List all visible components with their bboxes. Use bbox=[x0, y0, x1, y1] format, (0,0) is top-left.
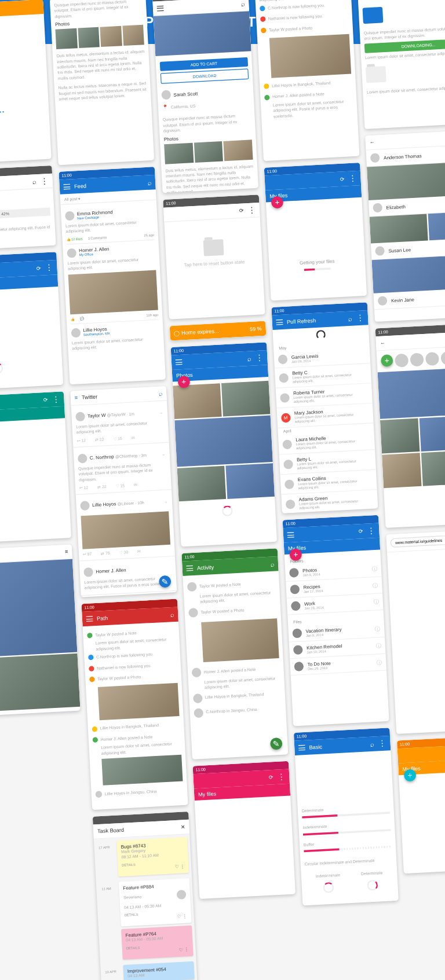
menu-icon[interactable] bbox=[186, 566, 193, 571]
retweet-icon[interactable]: ⇄ 22 bbox=[95, 436, 104, 442]
card-taskboard: Task Board✕ 17 APR Bugs #8743Mark Gregor… bbox=[93, 812, 198, 980]
fab-add[interactable]: + bbox=[271, 196, 284, 209]
menu-icon[interactable]: ≡ bbox=[75, 395, 78, 401]
task-card[interactable]: Feature #P884Severiano04:13 AM - 05:30 A… bbox=[119, 878, 192, 927]
search-icon[interactable]: ⌕ bbox=[270, 560, 275, 568]
more-icon[interactable]: ⋮ bbox=[41, 176, 49, 186]
card-myfiles-blue: 11:00 ⟳⋮ My files bbox=[0, 252, 63, 391]
task-card[interactable]: Bugs #8743Mark Gregory08:12 AM - 11:10 A… bbox=[116, 837, 189, 876]
card-explore: 11:00 ←Explore + bbox=[375, 322, 445, 528]
card-materialx: ⌕ ⋮ MaterialX4.8 DOWNLOAD 42% scription … bbox=[0, 166, 56, 252]
menu-icon[interactable] bbox=[276, 320, 283, 325]
loading-dots: ••• bbox=[0, 107, 49, 117]
refresh-spinner bbox=[316, 330, 326, 340]
close-icon[interactable]: ✕ bbox=[180, 824, 185, 830]
spinner bbox=[222, 505, 233, 516]
search-icon[interactable]: ⌕ bbox=[147, 179, 152, 186]
search-icon[interactable]: ⌕ bbox=[158, 390, 163, 397]
card-basic: 11:00 Basic⌕⋮ Determinate Indeterminate … bbox=[294, 728, 399, 905]
card-pull-refresh: 11:00 Pull Refresh⌕⋮ May Garcia LewisJan… bbox=[271, 302, 378, 513]
card-browser bbox=[386, 528, 445, 735]
search-icon[interactable]: ⌕ bbox=[348, 315, 352, 322]
task-card[interactable]: Improvement #05404:13 AM bbox=[123, 961, 194, 980]
more-icon[interactable]: ⋮ bbox=[247, 205, 256, 215]
card-image-mix: ←Image Mix Anderson Thomas Elizabeth Sus… bbox=[365, 130, 445, 322]
search-icon[interactable]: ⌕ bbox=[370, 740, 375, 748]
card-twitter: ≡Twitter⌕ Taylor W @TaylorW · 1m⌄Lorem i… bbox=[70, 386, 177, 597]
card-myfiles-teal: ⟳⋮ My files ◐ ◑ bbox=[0, 391, 71, 545]
toolbar: My files bbox=[0, 0, 44, 19]
card-myfiles-orange2: 11:00 ⟳⋮ My files + bbox=[397, 734, 445, 873]
menu-icon[interactable] bbox=[157, 5, 164, 11]
card-product: ⌕ ADD TO CART DOWNLOAD Sarah Scott 📍Cali… bbox=[152, 0, 258, 193]
folder-icon bbox=[366, 66, 386, 83]
menu-icon[interactable] bbox=[63, 184, 70, 190]
refresh-icon[interactable]: ⟳ bbox=[340, 176, 345, 182]
card-getting-files: 11:00 ⟳⋮ My files + Getting your files bbox=[264, 163, 367, 300]
fab-add[interactable]: + bbox=[381, 354, 393, 367]
refresh-icon[interactable]: ⟳ bbox=[239, 207, 244, 214]
card-myfiles-folders: 11:00 ⟳⋮ My files + Folders PhotosJan 9,… bbox=[283, 515, 389, 726]
search-icon[interactable]: ⌕ bbox=[32, 178, 37, 185]
image-icon bbox=[363, 7, 384, 24]
menu-icon[interactable] bbox=[287, 532, 294, 538]
card-article-1: Quisque imperdiet nunc at massa dictum v… bbox=[50, 0, 154, 165]
screenshot-grid: My files + ••• ⌕ ⋮ MaterialX4.8 DOWNLOAD… bbox=[0, 0, 445, 980]
menu-icon[interactable] bbox=[298, 745, 305, 751]
card-percent: ≡Percent Quisque imperdiet nunc at massa… bbox=[357, 0, 445, 129]
fab-edit[interactable]: ✎ bbox=[270, 737, 283, 750]
back-icon[interactable]: ← bbox=[369, 140, 375, 146]
refresh-icon[interactable]: ⟳ bbox=[359, 528, 364, 534]
refresh-icon[interactable]: ⟳ bbox=[268, 774, 273, 780]
card-timeline-1: Lorem ipsum dolor sit amet, consectetur … bbox=[254, 0, 359, 161]
more-icon[interactable]: ⋮ bbox=[255, 353, 264, 363]
card-myfiles-pink: 11:00 ⟳⋮ My files bbox=[193, 761, 296, 899]
search-icon[interactable]: ⌕ bbox=[170, 611, 174, 618]
menu-icon[interactable] bbox=[176, 359, 183, 365]
card-path: 11:00 Path⌕ Taylor W posted a Note Lorem… bbox=[82, 599, 188, 810]
spinner bbox=[0, 363, 3, 374]
refresh-icon[interactable]: ⟳ bbox=[37, 265, 42, 271]
card-myfiles-orange: My files + ••• bbox=[0, 0, 52, 164]
download-button[interactable]: DOWNLOAD bbox=[161, 68, 249, 83]
folder-icon[interactable] bbox=[203, 239, 224, 256]
card-photos: 11:00 ⌕⋮ Photos + bbox=[171, 342, 277, 546]
share-icon[interactable]: ✉ bbox=[132, 435, 135, 439]
chevron-down-icon[interactable]: ⌄ bbox=[159, 410, 163, 416]
menu-icon[interactable] bbox=[86, 616, 93, 622]
card-tap-reset: 11:00 ⟳ ⋮ Tap here to reset button state bbox=[163, 194, 265, 319]
back-icon[interactable]: ← bbox=[380, 340, 386, 346]
search-icon[interactable]: ⌕ bbox=[240, 0, 245, 8]
search-icon[interactable]: ⌕ bbox=[247, 355, 252, 362]
task-card[interactable]: Feature #P76404:13 AM - 05:30 AMDETAILS♡… bbox=[121, 926, 193, 960]
card-activity: 11:00 Activity⌕ Taylor W posted a Note L… bbox=[181, 548, 288, 759]
menu-icon[interactable]: ≡ bbox=[65, 549, 68, 555]
card-imagefit: Image Fit≡ bbox=[0, 545, 81, 718]
info-icon: ⓘ bbox=[371, 565, 377, 572]
card-feed: 11:00 Feed⌕ All post ▾ Emma RichmondNew … bbox=[59, 167, 166, 384]
like-icon[interactable]: ♡ 15 bbox=[113, 436, 122, 441]
card-expires: ◯ Home expires...59 % bbox=[170, 321, 267, 340]
fab-add[interactable]: + bbox=[404, 769, 417, 782]
reply-icon[interactable]: ↩ 12 bbox=[76, 438, 86, 443]
more-icon[interactable]: ⋮ bbox=[45, 263, 53, 273]
refresh-icon[interactable]: ⟳ bbox=[43, 397, 49, 403]
url-input[interactable] bbox=[391, 533, 445, 548]
